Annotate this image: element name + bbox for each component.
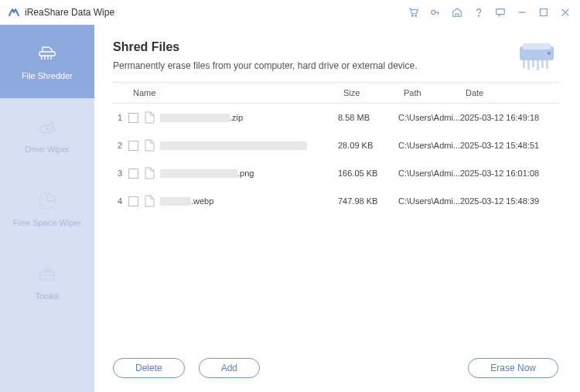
freespace-icon	[36, 190, 58, 212]
file-date: 2025-03-12 16:49:18	[460, 113, 558, 122]
svg-rect-4	[496, 9, 505, 15]
add-button[interactable]: Add	[199, 358, 260, 378]
drive-icon	[36, 117, 58, 138]
titlebar-controls	[408, 7, 571, 18]
svg-point-16	[548, 52, 551, 55]
footer: Delete Add Erase Now	[113, 350, 558, 383]
row-checkbox[interactable]	[128, 169, 138, 179]
file-size: 166.05 KB	[338, 169, 398, 178]
file-table: Name Size Path Date 1.zip8.58 MBC:\Users…	[113, 82, 558, 350]
sidebar-item-label: Drive Wiper	[25, 145, 69, 154]
sidebar-item-label: Toolkit	[35, 291, 59, 301]
svg-rect-20	[537, 60, 539, 70]
file-date: 2025-03-12 15:48:39	[460, 196, 558, 206]
file-name: .zip	[160, 113, 338, 122]
svg-rect-6	[541, 9, 548, 16]
svg-rect-21	[541, 60, 544, 68]
sidebar: File Shredder Drive Wiper Free Space Wip…	[0, 25, 94, 392]
sidebar-item-drive-wiper[interactable]: Drive Wiper	[0, 98, 94, 172]
titlebar-left: iReaShare Data Wipe	[8, 6, 114, 19]
table-row[interactable]: 228.09 KBC:\Users\Admi...2025-03-12 15:4…	[113, 131, 558, 159]
row-number: 1	[113, 113, 122, 122]
file-path: C:\Users\Admi...	[398, 169, 460, 178]
shredder-graphic-icon	[515, 40, 558, 73]
col-header-size[interactable]: Size	[343, 88, 404, 97]
row-number: 4	[113, 196, 122, 206]
file-icon	[145, 166, 155, 180]
row-checkbox[interactable]	[128, 196, 138, 206]
minimize-icon[interactable]	[517, 7, 527, 18]
svg-rect-18	[527, 60, 530, 70]
erase-now-button[interactable]: Erase Now	[468, 358, 558, 378]
table-row[interactable]: 3.png166.05 KBC:\Users\Admi...2025-03-12…	[113, 159, 558, 187]
sidebar-item-file-shredder[interactable]: File Shredder	[0, 25, 94, 98]
svg-point-2	[432, 10, 435, 14]
file-date: 2025-03-12 15:48:51	[460, 141, 558, 150]
svg-point-0	[411, 15, 413, 17]
svg-point-11	[46, 128, 49, 130]
svg-rect-13	[40, 272, 54, 280]
help-icon[interactable]	[473, 7, 484, 18]
home-icon[interactable]	[452, 7, 462, 18]
sidebar-item-toolkit[interactable]: Toolkit	[0, 245, 94, 319]
app-title: iReaShare Data Wipe	[25, 7, 114, 18]
file-size: 747.98 KB	[338, 196, 398, 206]
file-name: .png	[160, 169, 338, 178]
file-icon	[145, 194, 155, 208]
toolkit-icon	[36, 264, 58, 285]
svg-point-1	[415, 15, 417, 17]
main-content: Shred Files Permanently erase files from…	[94, 25, 580, 392]
page-subtitle: Permanently erase files from your comput…	[113, 60, 515, 71]
file-path: C:\Users\Admi...	[398, 196, 460, 206]
svg-point-3	[478, 15, 479, 16]
sidebar-item-free-space-wiper[interactable]: Free Space Wiper	[0, 172, 94, 245]
titlebar: iReaShare Data Wipe	[0, 0, 580, 25]
file-name	[160, 141, 338, 150]
feedback-icon[interactable]	[495, 7, 506, 18]
page-title: Shred Files	[113, 40, 515, 54]
col-header-date[interactable]: Date	[466, 88, 558, 97]
file-size: 28.09 KB	[338, 141, 398, 150]
col-header-name[interactable]: Name	[133, 88, 343, 97]
table-row[interactable]: 4.webp747.98 KBC:\Users\Admi...2025-03-1…	[113, 187, 558, 215]
svg-rect-22	[546, 60, 548, 69]
delete-button[interactable]: Delete	[113, 358, 185, 378]
svg-rect-17	[523, 60, 525, 68]
col-header-path[interactable]: Path	[404, 88, 466, 97]
maximize-icon[interactable]	[538, 7, 549, 18]
row-number: 2	[113, 141, 122, 150]
sidebar-item-label: Free Space Wiper	[13, 218, 82, 227]
sidebar-item-label: File Shredder	[22, 71, 73, 80]
file-path: C:\Users\Admi...	[398, 141, 460, 150]
row-number: 3	[113, 169, 122, 178]
app-logo-icon	[8, 6, 20, 19]
table-header: Name Size Path Date	[113, 82, 558, 104]
table-row[interactable]: 1.zip8.58 MBC:\Users\Admi...2025-03-12 1…	[113, 104, 558, 131]
file-path: C:\Users\Admi...	[398, 113, 460, 122]
row-checkbox[interactable]	[128, 141, 138, 151]
row-checkbox[interactable]	[128, 113, 138, 123]
close-icon[interactable]	[560, 7, 571, 18]
key-icon[interactable]	[430, 7, 441, 18]
svg-rect-9	[39, 52, 55, 56]
file-icon	[145, 138, 155, 152]
file-icon	[145, 111, 155, 124]
file-name: .webp	[160, 196, 338, 206]
svg-rect-19	[532, 60, 534, 67]
svg-rect-15	[523, 43, 551, 49]
file-date: 2025-03-12 16:01:08	[460, 169, 558, 178]
cart-icon[interactable]	[408, 7, 419, 18]
file-size: 8.58 MB	[338, 113, 398, 122]
shredder-icon	[36, 43, 58, 65]
